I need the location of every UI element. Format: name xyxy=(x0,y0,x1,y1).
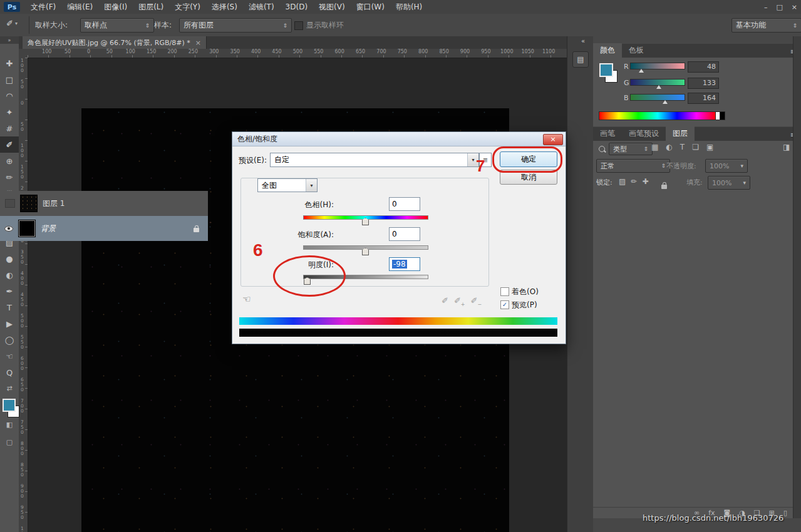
foreground-color-swatch[interactable] xyxy=(3,399,16,412)
preview-checkbox[interactable]: ✓ xyxy=(500,300,509,309)
layer-thumbnail[interactable] xyxy=(18,220,36,237)
channel-r-handle[interactable] xyxy=(639,69,644,73)
on-image-adjustment-icon[interactable]: ☜ xyxy=(242,294,251,305)
expand-panels-icon[interactable]: « xyxy=(581,38,585,44)
layer-name[interactable]: 图层 1 xyxy=(43,198,65,209)
quick-select-tool-icon[interactable]: ✦ xyxy=(0,104,19,120)
marquee-tool-icon[interactable]: □ xyxy=(0,71,19,88)
channel-g-handle[interactable] xyxy=(656,85,661,89)
document-tab[interactable]: 角色展好的UV贴图.jpg @ 66.7% (背景, RGB/8#) * × xyxy=(23,36,207,49)
opacity-input[interactable]: 100% ▾ xyxy=(705,159,748,173)
cancel-button[interactable]: 取消 xyxy=(500,170,557,185)
close-icon[interactable]: × xyxy=(792,3,797,11)
layer-name[interactable]: 背景 xyxy=(41,223,56,234)
channel-b-slider[interactable] xyxy=(630,94,685,101)
lock-move-icon[interactable]: ✚ xyxy=(642,177,648,186)
menu-item[interactable]: 3D(D) xyxy=(280,0,313,14)
delete-layer-icon[interactable]: ▯ xyxy=(783,509,787,517)
panel-foreground-swatch[interactable] xyxy=(599,63,613,77)
show-sample-ring-checkbox[interactable] xyxy=(294,21,303,30)
saturation-slider[interactable] xyxy=(303,245,427,254)
filter-smart-object-icon[interactable]: ▣ xyxy=(706,143,713,151)
lightness-input[interactable]: -98 xyxy=(389,257,420,271)
lightness-slider[interactable] xyxy=(303,275,427,284)
channel-select[interactable]: 全图 ▾ xyxy=(257,178,318,192)
colorize-checkbox[interactable] xyxy=(500,287,509,296)
channel-b-value[interactable]: 164 xyxy=(688,93,719,104)
tab-swatches[interactable]: 色板 xyxy=(622,43,651,58)
lock-transparency-icon[interactable]: ▨ xyxy=(619,177,626,186)
filter-pixel-icon[interactable]: ▦ xyxy=(651,143,658,151)
move-tool-icon[interactable]: ✚ xyxy=(0,55,19,71)
color-spectrum-bar[interactable] xyxy=(599,111,716,120)
layer-row-1[interactable]: 图层 1 xyxy=(0,191,208,217)
hue-slider[interactable] xyxy=(303,215,427,224)
brush-tool-icon[interactable]: ✏ xyxy=(0,169,19,185)
lasso-tool-icon[interactable]: ◠ xyxy=(0,88,19,104)
screen-mode-icon[interactable]: ▢ xyxy=(0,438,19,446)
crop-tool-icon[interactable]: # xyxy=(0,120,19,136)
menu-item[interactable]: 窗口(W) xyxy=(351,0,390,14)
filter-adjustment-icon[interactable]: ◐ xyxy=(666,143,672,151)
hand-tool-icon[interactable]: ☜ xyxy=(0,348,19,364)
channel-g-slider[interactable] xyxy=(630,79,685,86)
menu-item[interactable]: 图层(L) xyxy=(133,0,169,14)
filter-toggle-icon[interactable]: ◨ xyxy=(783,143,790,151)
swap-colors-icon[interactable]: ⇄ xyxy=(0,384,19,392)
shape-tool-icon[interactable]: ◯ xyxy=(0,332,19,348)
fill-input[interactable]: 100% ▾ xyxy=(708,176,750,190)
path-select-tool-icon[interactable]: ▶ xyxy=(0,315,19,332)
channel-b-handle[interactable] xyxy=(663,100,668,104)
filter-type-icon[interactable]: T xyxy=(680,143,685,151)
tab-brush-presets[interactable]: 画笔预设 xyxy=(622,126,666,141)
restore-icon[interactable]: □ xyxy=(776,3,782,11)
zoom-tool-icon[interactable]: Q xyxy=(0,364,19,381)
sample-size-select[interactable]: 取样点 ⇕ xyxy=(80,18,154,33)
menu-item[interactable]: 滤镜(T) xyxy=(243,0,280,14)
menu-item[interactable]: 文件(F) xyxy=(25,0,61,14)
menu-item[interactable]: 图像(I) xyxy=(98,0,133,14)
blur-tool-icon[interactable]: ● xyxy=(0,250,19,267)
black-swatch[interactable] xyxy=(720,111,725,120)
visibility-eye-icon[interactable] xyxy=(4,226,13,232)
layer-filter-select[interactable]: 类型 ⇕ xyxy=(609,143,653,155)
preset-select[interactable]: 自定 ▾ xyxy=(270,153,479,167)
preset-options-button[interactable]: ≣ xyxy=(479,153,492,167)
lock-paint-icon[interactable]: ✏ xyxy=(631,177,637,186)
saturation-input[interactable]: 0 xyxy=(389,227,420,241)
minimize-icon[interactable]: – xyxy=(764,3,768,11)
dialog-close-button[interactable]: × xyxy=(543,134,563,145)
pen-tool-icon[interactable]: ✒ xyxy=(0,283,19,299)
lock-all-icon[interactable] xyxy=(661,180,667,192)
healing-brush-tool-icon[interactable]: ⊕ xyxy=(0,153,19,169)
filter-shape-icon[interactable]: ❏ xyxy=(692,143,699,151)
menu-item[interactable]: 帮助(H) xyxy=(390,0,428,14)
subtract-sample-eyedropper-icon[interactable]: ✐− xyxy=(471,296,482,307)
vertical-ruler[interactable]: 1005005010015020025030035040045050055060… xyxy=(19,58,28,532)
horizontal-ruler[interactable]: 1005005010015020025030035040045050055060… xyxy=(28,49,567,58)
layer-row-background[interactable]: 背景 xyxy=(0,216,208,241)
tab-close-icon[interactable]: × xyxy=(195,39,201,47)
dialog-title-bar[interactable]: 色相/饱和度 xyxy=(232,132,566,146)
sample-eyedropper-icon[interactable]: ✐ xyxy=(442,296,448,307)
tool-preset-picker[interactable]: ✐ ▾ xyxy=(6,19,18,28)
sample-select[interactable]: 所有图层 ⇕ xyxy=(179,18,292,33)
tab-brush[interactable]: 画笔 xyxy=(593,126,622,141)
type-tool-icon[interactable]: T xyxy=(0,299,19,315)
quick-mask-icon[interactable]: ◧ xyxy=(0,421,19,429)
add-sample-eyedropper-icon[interactable]: ✐+ xyxy=(454,296,465,307)
eyedropper-tool-icon[interactable]: ✐ xyxy=(0,136,19,153)
hue-input[interactable]: 0 xyxy=(389,197,420,211)
visibility-toggle-empty[interactable] xyxy=(5,199,15,208)
menu-item[interactable]: 编辑(E) xyxy=(61,0,98,14)
layer-thumbnail[interactable] xyxy=(20,195,38,212)
ok-button[interactable]: 确定 xyxy=(500,151,557,167)
workspace-select[interactable]: 基本功能 ⇕ xyxy=(731,18,801,33)
channel-g-value[interactable]: 133 xyxy=(688,78,719,89)
menu-item[interactable]: 选择(S) xyxy=(206,0,243,14)
channel-r-value[interactable]: 48 xyxy=(688,61,719,73)
tab-layers[interactable]: 图层 xyxy=(666,126,695,141)
dodge-tool-icon[interactable]: ◐ xyxy=(0,267,19,283)
collapsed-panel-icon[interactable]: ▤ xyxy=(572,51,589,68)
menu-item[interactable]: 文字(Y) xyxy=(169,0,206,14)
